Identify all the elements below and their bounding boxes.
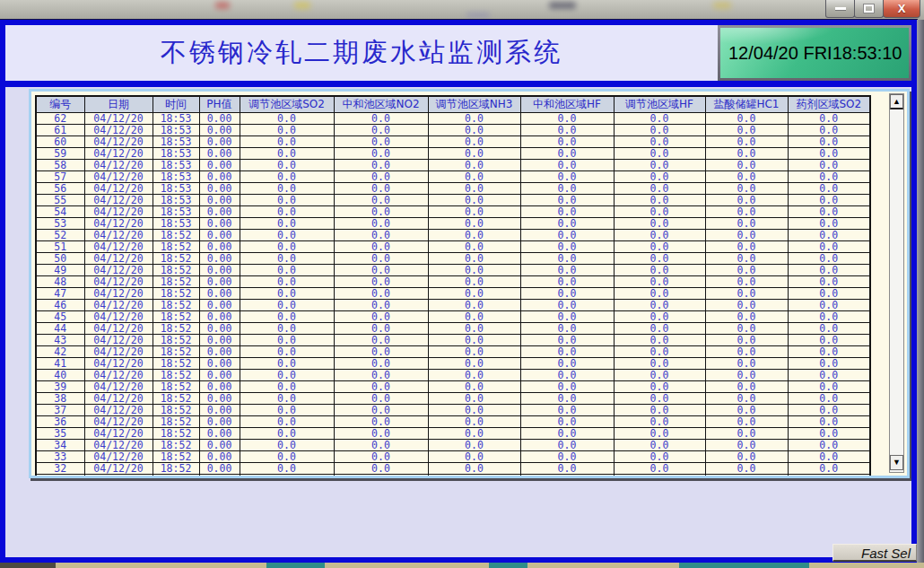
column-header[interactable]: 时间 [153, 96, 199, 113]
column-header[interactable]: 药剂区域SO2 [788, 96, 870, 113]
table-cell: 60 [36, 136, 84, 148]
column-header[interactable]: PH值 [199, 96, 240, 113]
column-header[interactable]: 调节池区域HF [614, 96, 705, 113]
table-row[interactable]: 4304/12/2018:520.000.00.00.00.00.00.00.0 [36, 335, 870, 346]
table-cell: 0.0 [520, 125, 614, 136]
table-cell: 18:52 [153, 323, 199, 335]
table-row[interactable]: 4104/12/2018:520.000.00.00.00.00.00.00.0 [36, 358, 870, 370]
table-row[interactable]: 5804/12/2018:530.000.00.00.00.00.00.00.0 [36, 160, 870, 171]
column-header[interactable]: 调节池区域NH3 [428, 96, 520, 113]
table-cell: 0.0 [705, 451, 788, 463]
table-row[interactable]: 5504/12/2018:530.000.00.00.00.00.00.00.0 [36, 195, 870, 206]
table-row[interactable]: 5204/12/2018:520.000.00.00.00.00.00.00.0 [36, 230, 870, 241]
scroll-up-button[interactable]: ▲ [890, 94, 903, 109]
table-row[interactable]: 3204/12/2018:520.000.00.00.00.00.00.00.0 [36, 463, 870, 475]
table-row[interactable]: 5904/12/2018:530.000.00.00.00.00.00.00.0 [36, 148, 870, 160]
table-cell: 0.0 [614, 323, 705, 335]
table-cell: 0.0 [614, 241, 705, 253]
table-cell: 0.0 [520, 393, 614, 405]
table-row[interactable]: 3104/12/2018:520.000.00.00.00.00.00.00.0 [36, 475, 870, 479]
close-button[interactable]: X [883, 0, 920, 18]
table-cell: 0.0 [240, 113, 334, 125]
table-row[interactable]: 4704/12/2018:520.000.00.00.00.00.00.00.0 [36, 288, 870, 300]
minimize-button[interactable] [825, 0, 855, 18]
table-cell: 0.0 [614, 463, 705, 475]
table-cell: 18:52 [153, 370, 199, 381]
table-cell: 04/12/20 [84, 358, 153, 370]
table-row[interactable]: 5104/12/2018:520.000.00.00.00.00.00.00.0 [36, 241, 870, 253]
column-header[interactable]: 调节池区域SO2 [240, 96, 334, 113]
page-title: 不锈钢冷轧二期废水站监测系统 [161, 35, 562, 71]
table-row[interactable]: 4504/12/2018:520.000.00.00.00.00.00.00.0 [36, 311, 870, 323]
table-row[interactable]: 3904/12/2018:520.000.00.00.00.00.00.00.0 [36, 381, 870, 393]
table-cell: 0.0 [705, 393, 788, 405]
table-cell: 0.0 [614, 218, 705, 230]
table-row[interactable]: 6204/12/2018:530.000.00.00.00.00.00.00.0 [36, 113, 870, 125]
table-row[interactable]: 5404/12/2018:530.000.00.00.00.00.00.00.0 [36, 206, 870, 218]
table-row[interactable]: 3504/12/2018:520.000.00.00.00.00.00.00.0 [36, 428, 870, 440]
table-cell: 0.0 [614, 405, 705, 416]
table-cell: 04/12/20 [84, 171, 153, 183]
column-header[interactable]: 编号 [36, 96, 84, 113]
table-cell: 0.00 [199, 195, 240, 206]
table-cell: 48 [36, 276, 84, 288]
table-row[interactable]: 4804/12/2018:520.000.00.00.00.00.00.00.0 [36, 276, 870, 288]
table-cell: 0.00 [199, 463, 240, 475]
table-row[interactable]: 5004/12/2018:520.000.00.00.00.00.00.00.0 [36, 253, 870, 265]
table-row[interactable]: 5704/12/2018:530.000.00.00.00.00.00.00.0 [36, 171, 870, 183]
table-cell: 0.0 [334, 125, 428, 136]
clock-display: 12/04/20 FRI 18:53:10 [720, 28, 909, 78]
table-cell: 04/12/20 [84, 265, 153, 276]
table-row[interactable]: 6004/12/2018:530.000.00.00.00.00.00.00.0 [36, 136, 870, 148]
table-cell: 0.0 [788, 136, 870, 148]
table-row[interactable]: 3704/12/2018:520.000.00.00.00.00.00.00.0 [36, 405, 870, 416]
table-row[interactable]: 4404/12/2018:520.000.00.00.00.00.00.00.0 [36, 323, 870, 335]
table-cell: 18:52 [153, 311, 199, 323]
table-cell: 0.0 [705, 428, 788, 440]
table-cell: 0.0 [240, 335, 334, 346]
table-cell: 04/12/20 [84, 393, 153, 405]
vertical-scrollbar[interactable]: ▲ ▼ [889, 93, 904, 473]
table-cell: 04/12/20 [84, 253, 153, 265]
clock-time: 18:53:10 [832, 43, 902, 64]
column-header[interactable]: 中和池区域NO2 [334, 96, 428, 113]
table-cell: 0.0 [334, 335, 428, 346]
table-row[interactable]: 3404/12/2018:520.000.00.00.00.00.00.00.0 [36, 440, 870, 451]
maximize-button[interactable] [854, 0, 884, 18]
table-cell: 36 [36, 416, 84, 428]
table-row[interactable]: 6104/12/2018:530.000.00.00.00.00.00.00.0 [36, 125, 870, 136]
table-cell: 0.0 [614, 148, 705, 160]
table-cell: 0.0 [614, 288, 705, 300]
table-cell: 55 [36, 195, 84, 206]
table-row[interactable]: 3804/12/2018:520.000.00.00.00.00.00.00.0 [36, 393, 870, 405]
column-header[interactable]: 盐酸储罐HC1 [705, 96, 788, 113]
table-cell: 0.0 [788, 416, 870, 428]
table-cell: 0.0 [705, 370, 788, 381]
table-row[interactable]: 3604/12/2018:520.000.00.00.00.00.00.00.0 [36, 416, 870, 428]
scroll-down-button[interactable]: ▼ [890, 455, 903, 470]
table-row[interactable]: 4204/12/2018:520.000.00.00.00.00.00.00.0 [36, 346, 870, 358]
table-cell: 0.0 [240, 300, 334, 311]
fast-sel-button[interactable]: Fast Sel [832, 544, 917, 562]
minimize-icon [835, 7, 846, 10]
table-row[interactable]: 5604/12/2018:530.000.00.00.00.00.00.00.0 [36, 183, 870, 195]
maximize-icon [864, 4, 874, 13]
background-window-blur [466, 13, 490, 18]
table-cell: 04/12/20 [84, 300, 153, 311]
table-cell: 58 [36, 160, 84, 171]
table-row[interactable]: 4004/12/2018:520.000.00.00.00.00.00.00.0 [36, 370, 870, 381]
table-cell: 0.00 [199, 323, 240, 335]
table-cell: 0.00 [199, 206, 240, 218]
table-row[interactable]: 4604/12/2018:520.000.00.00.00.00.00.00.0 [36, 300, 870, 311]
table-cell: 0.0 [614, 160, 705, 171]
table-cell: 0.0 [614, 311, 705, 323]
table-row[interactable]: 5304/12/2018:530.000.00.00.00.00.00.00.0 [36, 218, 870, 230]
table-row[interactable]: 4904/12/2018:520.000.00.00.00.00.00.00.0 [36, 265, 870, 276]
clock-frame: 12/04/20 FRI 18:53:10 [718, 25, 911, 81]
table-cell: 0.0 [334, 288, 428, 300]
table-cell: 0.0 [520, 136, 614, 148]
table-cell: 18:52 [153, 451, 199, 463]
table-row[interactable]: 3304/12/2018:520.000.00.00.00.00.00.00.0 [36, 451, 870, 463]
column-header[interactable]: 日期 [84, 96, 153, 113]
column-header[interactable]: 中和池区域HF [520, 96, 614, 113]
